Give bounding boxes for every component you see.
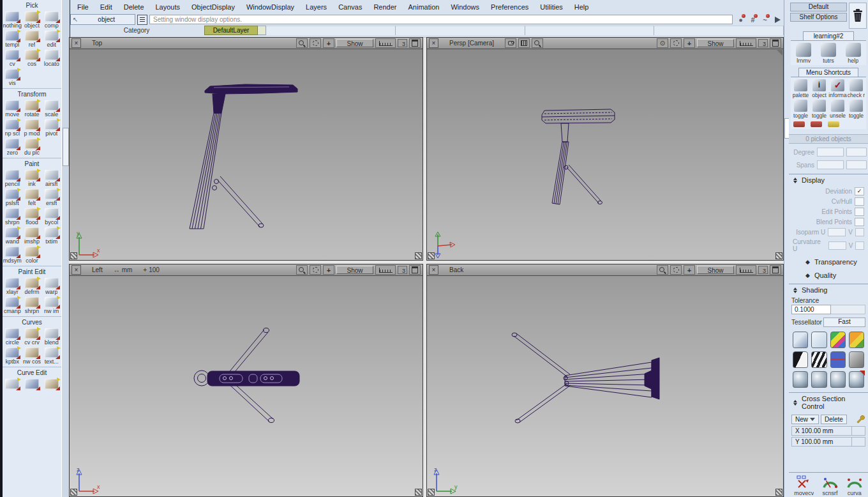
new-section-button[interactable]: New — [791, 415, 819, 424]
palette-tool[interactable]: locato — [41, 49, 61, 68]
menu-item[interactable]: Windows — [445, 1, 485, 13]
palette-tool[interactable]: cos — [22, 49, 42, 68]
palette-tool[interactable]: pivot — [41, 118, 61, 137]
palette-tool[interactable]: circle — [3, 327, 22, 346]
palette-tool[interactable]: cv crv — [22, 327, 42, 346]
viewport-resize-grip[interactable] — [775, 489, 782, 496]
palette-tool[interactable]: warp — [41, 277, 61, 296]
window-icon[interactable] — [770, 265, 781, 275]
palette-tool[interactable]: nothing — [3, 10, 22, 29]
cv-hull-checkbox[interactable] — [855, 197, 864, 206]
delete-section-button[interactable]: Delete — [821, 415, 847, 424]
menu-item[interactable]: Canvas — [333, 1, 368, 13]
shelf-tool[interactable]: tutrs — [821, 43, 836, 64]
close-viewport-icon[interactable]: × — [429, 265, 438, 275]
prompt-status-field[interactable]: Setting window display options. — [149, 15, 733, 24]
cross-section-row[interactable]: Y 100.00 mm — [791, 437, 865, 447]
palette-tool[interactable]: comp — [41, 10, 61, 29]
palette-tool[interactable]: edit — [41, 29, 61, 49]
palette-tool[interactable]: text... — [41, 346, 61, 365]
shelf-options-button[interactable]: Shelf Options — [790, 13, 847, 22]
camera-icon[interactable] — [505, 38, 516, 48]
shading-mode-icon[interactable] — [811, 332, 827, 348]
shelf-tab-learning[interactable]: learning#2 — [803, 31, 854, 40]
isoparm-u-field[interactable] — [828, 228, 846, 236]
viewport-persp-canvas[interactable] — [427, 49, 783, 260]
menu-item[interactable]: Edit — [94, 1, 118, 13]
curve-snap-icon[interactable]: ~ — [761, 15, 769, 24]
shading-mode-icon[interactable] — [811, 371, 827, 388]
zoom-icon[interactable] — [296, 38, 308, 48]
palette-scroll-thumb[interactable] — [63, 128, 69, 166]
viewport-resize-grip[interactable] — [415, 489, 422, 496]
menu-item[interactable]: Animation — [403, 1, 445, 13]
shortcut-tool-icon[interactable] — [828, 121, 839, 127]
shading-mode-icon[interactable] — [811, 351, 827, 368]
cross-section-header[interactable]: Cross Section Control — [789, 392, 868, 411]
palette-tool[interactable]: felt — [22, 188, 42, 207]
blend-points-checkbox[interactable] — [855, 218, 864, 226]
pan-icon[interactable]: + — [684, 38, 695, 48]
viewport-left-canvas[interactable]: z x — [70, 276, 423, 496]
film-icon[interactable] — [518, 38, 530, 48]
shading-mode-icon[interactable] — [793, 371, 808, 388]
pan-icon[interactable]: + — [684, 265, 695, 275]
shading-mode-icon[interactable] — [849, 332, 864, 348]
palette-tool[interactable]: airsft — [41, 169, 61, 188]
lasso-icon[interactable] — [670, 265, 682, 275]
lasso-icon[interactable] — [310, 38, 321, 48]
curvature-v-field[interactable] — [855, 241, 864, 250]
shortcut-tool[interactable]: object — [810, 79, 828, 100]
tolerance-field[interactable]: 0.1000 — [791, 305, 831, 314]
cross-section-row[interactable]: X 100.00 mm — [791, 426, 865, 436]
cross-section-x[interactable]: X 100.00 mm — [791, 426, 852, 436]
quality-section[interactable]: ◆ Quality — [805, 271, 868, 279]
spans-field-u[interactable] — [817, 160, 844, 169]
layer-slot[interactable] — [654, 26, 784, 35]
wrench-icon[interactable] — [856, 414, 865, 425]
edit-points-checkbox[interactable] — [855, 208, 864, 216]
menu-item[interactable]: ObjectDisplay — [186, 1, 241, 13]
zoom-icon[interactable] — [296, 265, 308, 275]
palette-tool[interactable] — [3, 378, 22, 390]
curvature-u-field[interactable] — [828, 241, 846, 250]
palette-tool[interactable]: pencil — [3, 169, 22, 188]
window-icon[interactable] — [409, 38, 421, 48]
point-snap-icon[interactable]: ● — [737, 15, 745, 24]
promptline-expand-icon[interactable] — [775, 17, 781, 23]
palette-tool[interactable]: du plc — [22, 137, 42, 157]
spans-field-v[interactable] — [846, 160, 867, 169]
viewport-resize-grip[interactable] — [415, 252, 422, 259]
shortcut-tool[interactable]: palette — [791, 79, 810, 100]
tolerance-field-2[interactable] — [831, 305, 865, 314]
pane-count-button[interactable]: 3 — [398, 39, 407, 47]
menu-item[interactable]: Preferences — [485, 1, 534, 13]
movecv-tool[interactable]: movecv — [794, 475, 814, 496]
palette-tool[interactable]: cmanp — [3, 296, 22, 315]
close-viewport-icon[interactable]: × — [71, 265, 81, 275]
palette-tool[interactable]: blend — [41, 327, 61, 346]
viewport-top-canvas[interactable]: y x — [70, 49, 423, 260]
palette-tool[interactable]: txtim — [41, 226, 61, 245]
menu-item[interactable]: Layouts — [150, 1, 186, 13]
palette-tool[interactable]: color — [22, 245, 42, 264]
shortcut-tool[interactable]: informa — [828, 79, 847, 100]
palette-tool[interactable]: nw cos — [22, 346, 42, 365]
viewport-resize-grip[interactable] — [428, 252, 435, 259]
shading-mode-icon[interactable] — [830, 371, 846, 388]
palette-tool[interactable]: np scl — [3, 118, 22, 137]
tessellator-mode-button[interactable]: Fast — [823, 317, 865, 327]
shading-mode-icon[interactable] — [830, 351, 846, 368]
shelf-tool[interactable]: lrnmv — [796, 43, 811, 64]
pan-icon[interactable]: + — [323, 38, 334, 48]
show-menu-button[interactable]: Show — [336, 39, 373, 47]
window-icon[interactable] — [409, 265, 421, 275]
show-menu-button[interactable]: Show — [697, 39, 734, 47]
zoom-icon[interactable] — [657, 265, 668, 275]
pan-icon[interactable]: + — [323, 265, 334, 275]
shortcut-tool[interactable]: toggle — [791, 100, 810, 120]
collapse-icon[interactable] — [793, 287, 797, 293]
palette-tool[interactable]: mdsym — [3, 245, 22, 264]
viewport-top-header[interactable]: × Top + Show 3 — [70, 38, 423, 49]
palette-tool[interactable]: imshp — [22, 226, 42, 245]
